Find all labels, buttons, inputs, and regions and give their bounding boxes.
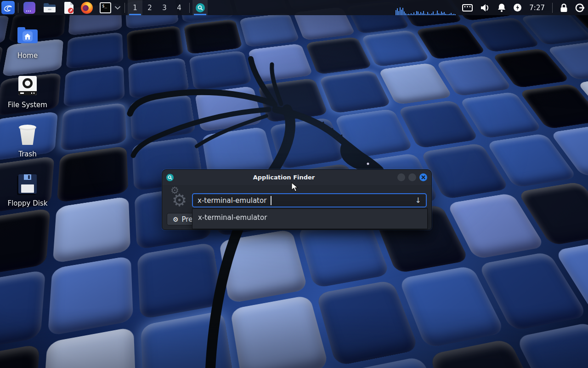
monitor-bar <box>430 14 431 15</box>
monitor-bar <box>447 14 447 15</box>
trash-icon <box>19 125 36 145</box>
firefox-icon <box>81 2 93 14</box>
terminal-icon: $_ <box>100 2 111 13</box>
application-finder-window: Application Finder ⚙⚙ x-terminal-emulato… <box>162 169 432 230</box>
document-edit-icon <box>64 2 74 14</box>
app-finder-window-icon <box>166 174 174 181</box>
logout-icon[interactable] <box>575 3 584 12</box>
desktop-icon-label: Trash <box>4 150 51 158</box>
monitor-bar <box>451 13 452 15</box>
terminal-dropdown-toggle[interactable] <box>114 1 121 14</box>
house-icon <box>24 34 31 40</box>
workspace-number: 4 <box>177 4 181 12</box>
notifications-bell-icon[interactable] <box>498 3 506 12</box>
folder-icon <box>43 2 56 13</box>
monitor-bar <box>433 12 434 15</box>
monitor-bar <box>404 12 405 15</box>
workspace-button-2[interactable]: 2 <box>142 0 157 15</box>
monitor-bar <box>401 10 402 15</box>
lock-screen-icon[interactable] <box>560 3 568 12</box>
active-indicator <box>129 14 141 15</box>
monitor-bar <box>418 12 418 15</box>
workspace-button-4[interactable]: 4 <box>172 0 187 15</box>
combo-arrow-down-icon[interactable]: ↓ <box>415 196 421 205</box>
monitor-bar <box>412 14 413 15</box>
monitor-bar <box>416 11 417 15</box>
monitor-bar <box>431 13 432 15</box>
clock[interactable]: 7:27 <box>529 4 545 12</box>
desktop-icon-home[interactable]: Home <box>4 25 51 71</box>
monitor-bar <box>445 14 446 15</box>
desktop-icon-floppy[interactable]: Floppy Disk <box>4 172 51 218</box>
system-monitor-graph[interactable] <box>396 0 456 15</box>
search-icon <box>196 3 205 12</box>
purple-app-icon <box>23 2 35 14</box>
monitor-bar <box>429 14 430 15</box>
gear-icon: ⚙ <box>173 216 179 223</box>
desktop-icon-label: Home <box>4 52 51 60</box>
monitor-bar <box>402 8 403 15</box>
desktop-icon-filesystem[interactable]: File System <box>4 74 51 120</box>
monitor-bar <box>397 8 398 15</box>
floppy-icon <box>18 174 37 194</box>
workspace-number: 1 <box>133 4 137 12</box>
maximize-button[interactable] <box>408 173 416 181</box>
monitor-bar <box>448 14 449 15</box>
monitor-bar <box>415 14 416 15</box>
workspace-button-3[interactable]: 3 <box>157 0 172 15</box>
ethernet-icon[interactable] <box>462 4 473 12</box>
monitor-bar <box>413 12 414 15</box>
panel-separator <box>189 3 190 13</box>
power-manager-icon[interactable] <box>513 3 522 12</box>
home-folder-icon <box>17 29 38 43</box>
window-title: Application Finder <box>174 174 394 181</box>
monitor-bar <box>396 10 396 15</box>
monitor-bar <box>419 14 420 15</box>
monitor-bar <box>437 11 438 15</box>
desktop-icon-label: File System <box>4 101 51 109</box>
launcher-text-editor[interactable] <box>62 1 76 14</box>
monitor-bar <box>426 14 427 15</box>
monitor-bar <box>407 14 407 15</box>
monitor-bar <box>423 11 424 15</box>
monitor-bar <box>422 13 423 15</box>
panel-separator <box>124 3 125 13</box>
monitor-bar <box>420 12 421 15</box>
workspace-number: 3 <box>162 4 167 12</box>
volume-icon[interactable] <box>480 3 490 12</box>
chevron-down-icon <box>115 6 120 10</box>
monitor-bar <box>455 14 456 15</box>
monitor-bar <box>427 12 428 15</box>
workspace-number: 2 <box>147 4 152 12</box>
monitor-bar <box>435 14 436 15</box>
panel-separator <box>552 3 553 13</box>
panel-separator <box>18 3 18 13</box>
taskbar-application-finder[interactable] <box>192 0 208 15</box>
close-button[interactable] <box>419 173 427 181</box>
kali-logo-icon <box>3 3 13 13</box>
monitor-bar <box>442 13 443 15</box>
workspace-button-1[interactable]: 1 <box>128 0 142 15</box>
launcher-file-manager[interactable] <box>41 1 58 14</box>
text-caret <box>271 196 271 205</box>
launcher-web-browser[interactable] <box>79 1 95 14</box>
monitor-bar <box>398 11 399 15</box>
monitor-bar <box>438 13 439 15</box>
monitor-bar <box>444 12 445 15</box>
minimize-button[interactable] <box>397 173 405 181</box>
launcher-terminal[interactable]: $_ <box>98 1 113 14</box>
active-indicator <box>194 14 206 15</box>
search-input[interactable]: x-terminal-emulator ↓ <box>192 193 427 207</box>
search-suggestions-dropdown: x-terminal-emulator <box>192 208 428 229</box>
monitor-bar <box>453 14 454 15</box>
applications-menu-button[interactable] <box>1 1 15 14</box>
close-icon <box>421 175 425 179</box>
search-input-value: x-terminal-emulator <box>198 196 266 205</box>
mouse-cursor <box>291 182 299 192</box>
launcher-app-drawer[interactable] <box>22 1 37 14</box>
monitor-bar <box>409 14 410 15</box>
monitor-bar <box>405 13 406 15</box>
suggestion-item[interactable]: x-terminal-emulator <box>192 209 427 222</box>
desktop-icon-trash[interactable]: Trash <box>4 123 51 169</box>
top-panel: $_ 1 2 3 4 <box>0 0 588 15</box>
